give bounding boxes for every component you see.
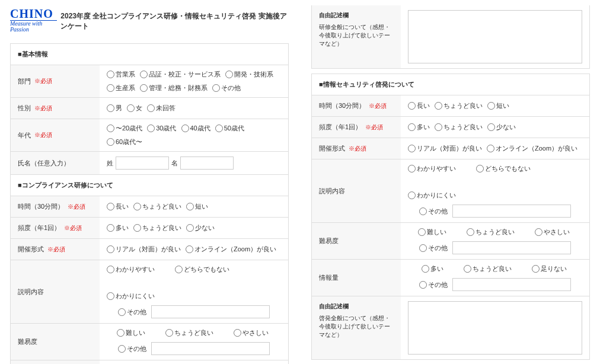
label-given: 名 [171,159,178,168]
radio-age-40[interactable] [181,124,189,132]
input-comp-diff-other[interactable] [151,342,270,355]
radio-comp-freq-ok[interactable] [133,224,141,232]
radio-sec-content-other[interactable] [419,207,427,215]
radio-sec-time-long[interactable] [408,102,416,110]
label-department: 部門 [18,77,31,86]
page-title: 2023年度 全社コンプライアンス研修・情報セキュリティ啓発 実施後アンケート [60,11,289,33]
row-sec-content: 説明内容 わかりやすい どちらでもない わかりにくい その他 [312,159,589,223]
section-basic-info: ■基本情報 [11,44,288,65]
radio-sec-time-ok[interactable] [435,102,442,110]
radio-age-60[interactable] [107,138,114,146]
radio-gender-female[interactable] [127,104,135,112]
radio-dept-dev[interactable] [225,71,233,78]
radio-sec-format-real[interactable] [408,145,416,152]
radio-sec-amount-ok[interactable] [464,265,471,273]
row-gender: 性別※必須 男 女 未回答 [11,98,288,119]
radio-sec-format-online[interactable] [487,145,494,152]
section-compliance: ■コンプライアンス研修について [11,175,288,196]
label-free-sub-sec: 啓発全般について（感想・今後取り上げて欲しいテーマなど） [319,314,394,339]
radio-comp-content-other[interactable] [118,308,126,316]
label-free-sub-comp: 研修全般について（感想・今後取り上げて欲しいテーマなど） [319,23,394,48]
radio-sec-content-hard[interactable] [408,191,416,199]
radio-sec-time-short[interactable] [487,102,495,110]
radio-comp-freq-few[interactable] [186,224,194,232]
logo-name: CHINO [10,8,57,20]
row-department: 部門※必須 営業系 品証・校正・サービス系 開発・技術系 生産系 管理・総務・財… [11,65,288,98]
chino-logo: CHINO Measure with Passion [10,8,57,33]
radio-sec-content-neutral[interactable] [476,165,484,173]
radio-dept-admin[interactable] [140,84,148,92]
row-sec-difficulty: 難易度 難しい ちょうど良い やさしい その他 [312,223,589,260]
radio-sec-diff-easy[interactable] [535,228,542,236]
radio-comp-diff-hard[interactable] [117,329,125,337]
label-gender: 性別 [18,104,31,113]
textarea-sec-free[interactable] [408,301,582,355]
radio-sec-diff-ok[interactable] [467,228,474,236]
row-sec-time: 時間（30分間）※必須 長い ちょうど良い 短い [312,95,589,117]
row-comp-free: 自由記述欄 研修全般について（感想・今後取り上げて欲しいテーマなど） [312,5,589,68]
radio-comp-time-short[interactable] [186,203,194,210]
row-comp-amount: 情報量 多い ちょうど良い 足りない その他 [11,360,288,364]
label-name: 氏名（任意入力） [18,159,70,168]
page-header: CHINO Measure with Passion 2023年度 全社コンプラ… [5,5,293,39]
row-comp-difficulty: 難易度 難しい ちょうど良い やさしい その他 [11,324,288,360]
radio-sec-content-easy[interactable] [408,165,416,173]
radio-sec-freq-many[interactable] [408,123,416,131]
radio-age-20[interactable] [107,124,114,132]
row-age: 年代※必須 〜20歳代 30歳代 40歳代 50歳代 60歳代〜 [11,119,288,152]
label-free-head: 自由記述欄 [319,11,349,20]
radio-comp-format-online[interactable] [186,245,193,253]
radio-comp-diff-easy[interactable] [234,329,241,337]
input-sec-diff-other[interactable] [452,241,571,254]
row-sec-free: 自由記述欄 啓発全般について（感想・今後取り上げて欲しいテーマなど） [312,296,589,359]
row-sec-freq: 頻度（年1回）※必須 多い ちょうど良い 少ない [312,117,589,138]
row-sec-format: 開催形式※必須 リアル（対面）が良い オンライン（Zoom）が良い [312,138,589,159]
radio-age-50[interactable] [215,124,223,132]
radio-sec-diff-hard[interactable] [418,228,426,236]
row-sec-amount: 情報量 多い ちょうど良い 足りない その他 [312,260,589,296]
row-comp-format: 開催形式※必須 リアル（対面）が良い オンライン（Zoom）が良い [11,239,288,260]
radio-comp-format-real[interactable] [107,245,114,253]
row-comp-content: 説明内容 わかりやすい どちらでもない わかりにくい その他 [11,260,288,324]
row-comp-freq: 頻度（年1回）※必須 多い ちょうど良い 少ない [11,218,288,239]
input-surname[interactable] [116,157,169,170]
radio-comp-content-easy[interactable] [107,266,114,273]
radio-sec-amount-other[interactable] [419,281,427,289]
radio-dept-qa[interactable] [140,71,148,78]
section-security: ■情報セキュリティ啓発について [312,74,589,95]
radio-gender-male[interactable] [107,104,114,112]
radio-sec-freq-few[interactable] [487,123,495,131]
radio-age-30[interactable] [147,124,155,132]
radio-sec-amount-short[interactable] [532,265,540,273]
row-comp-time: 時間（30分間）※必須 長い ちょうど良い 短い [11,196,288,218]
label-surname: 姓 [107,159,113,168]
radio-comp-time-long[interactable] [107,203,114,210]
radio-comp-time-ok[interactable] [133,203,141,210]
radio-dept-prod[interactable] [107,84,114,92]
radio-sec-freq-ok[interactable] [435,123,442,131]
radio-comp-content-neutral[interactable] [175,266,183,273]
radio-comp-diff-other[interactable] [118,345,126,353]
radio-comp-content-hard[interactable] [107,292,114,300]
radio-sec-diff-other[interactable] [419,244,427,252]
radio-comp-diff-ok[interactable] [165,329,173,337]
input-sec-content-other[interactable] [452,205,571,218]
radio-gender-na[interactable] [147,104,155,112]
radio-dept-other[interactable] [212,84,220,92]
input-given[interactable] [180,157,234,170]
radio-dept-sales[interactable] [107,71,114,78]
radio-sec-amount-much[interactable] [422,265,429,273]
input-comp-content-other[interactable] [151,305,270,318]
textarea-comp-free[interactable] [408,10,582,63]
row-name: 氏名（任意入力） 姓 名 [11,152,288,175]
logo-tagline: Measure with Passion [10,20,57,33]
label-age: 年代 [18,131,31,140]
input-sec-amount-other[interactable] [452,278,571,291]
radio-comp-freq-many[interactable] [107,224,114,232]
required-mark: ※必須 [34,77,52,85]
